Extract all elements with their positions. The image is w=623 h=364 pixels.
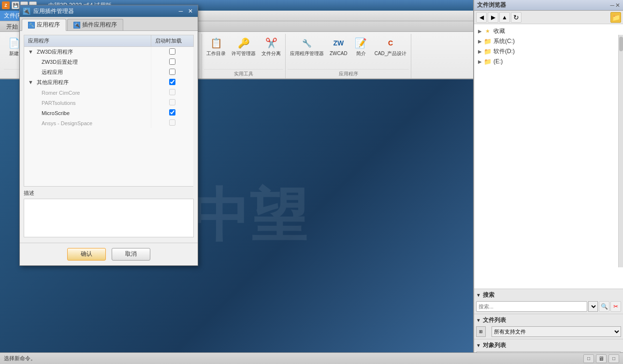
table-row-empty [24,128,194,138]
save-icon[interactable]: 💾 [12,1,19,9]
row-ansys-checkbox-cell [151,118,194,128]
search-clear-button[interactable]: ✂ [610,301,621,312]
col-app-name: 应用程序 [24,35,151,47]
search-section-header[interactable]: ▼ 搜索 [476,291,621,299]
file-type-select[interactable]: 所有支持文件 [492,326,621,337]
row-part-checkbox[interactable] [169,99,175,105]
table-row[interactable]: PARTsolutions [24,98,194,108]
app-icon: Z [2,1,10,9]
dialog-body: 应用程序 启动时加载 ▼ ZW3D应用程序 [20,31,198,243]
dialog-tab-apps[interactable]: 🔧 应用程序 [22,19,66,31]
fb-folder-icon: 📁 [610,12,621,23]
row-zw3d-group-label: ▼ ZW3D应用程序 [24,47,151,58]
file-search-input[interactable] [476,301,587,312]
ribbon-group-utility-label: 实用工具 [204,69,283,78]
intro-button[interactable]: 📝 简介 [351,34,371,58]
table-row[interactable]: Romer CimCore [24,87,194,98]
table-row[interactable]: ▼ ZW3D应用程序 [24,47,194,58]
confirm-button[interactable]: 确认 [67,248,106,261]
file-browser-minimize[interactable]: ─ [610,2,614,9]
tree-item-c-drive[interactable]: ▶ 📁 系统(C:) [476,36,621,46]
fb-forward-button[interactable]: ▶ [488,12,498,23]
search-dropdown[interactable] [588,301,598,312]
search-go-button[interactable]: 🔍 [599,301,609,312]
row-zw3d-group-checkbox[interactable] [169,48,175,55]
description-section: 描述 [24,189,194,239]
fb-refresh-button[interactable]: ↻ [511,12,522,23]
table-row[interactable]: Ansys - DesignSpace [24,118,194,128]
table-row-empty [24,167,194,176]
dialog-footer: 确认 取消 [20,243,198,265]
row-part-checkbox-cell [151,98,194,108]
row-other-group-checkbox[interactable] [169,79,175,85]
status-btn-2[interactable]: 🖥 [596,354,607,363]
cancel-button[interactable]: 取消 [112,248,150,261]
row-remote-label: 远程应用 [24,67,151,77]
file-browser: 文件浏览器 ─ ✕ ◀ ▶ ▲ ↻ 📁 ▶ ★ 收藏 ▶ 📁 系统(C:) [473,0,623,364]
row-remote-checkbox[interactable] [169,69,175,75]
dialog-title: 应用插件管理器 [33,7,74,15]
ribbon-group-utility: 📋 工作目录 🔑 许可管理器 ✂️ 文件分离 实用工具 [202,34,286,78]
row-postprocess-checkbox[interactable] [169,58,175,65]
dialog-close-button[interactable]: ✕ [186,7,195,15]
statusbar: 选择新命令。 □ 🖥 □ [0,352,623,364]
watermark: 中望 [191,176,307,255]
dialog-controls[interactable]: ─ ✕ [176,7,195,15]
row-ansys-label: Ansys - DesignSpace [24,118,151,128]
tree-item-favorites[interactable]: ▶ ★ 收藏 [476,26,621,36]
fb-back-button[interactable]: ◀ [476,12,487,23]
filelist-select-row: ⊞ 所有支持文件 [476,326,621,337]
object-list-header[interactable]: ▼ 对象列表 [476,341,621,349]
table-row[interactable]: ZW3D后置处理 [24,57,194,67]
table-row[interactable]: 远程应用 [24,67,194,77]
ribbon-group-apps: 🔧 应用程序管理器 ZW ZWCAD 📝 简介 C CAD_产品设计 [286,34,411,78]
zwcad-button[interactable]: ZW ZWCAD [327,34,350,58]
row-ansys-checkbox[interactable] [169,119,175,126]
tree-item-e-drive[interactable]: ▶ 📁 (E:) [476,57,621,66]
table-row-empty [24,176,194,186]
dialog-minimize-button[interactable]: ─ [176,7,185,15]
table-row[interactable]: MicroScribe [24,108,194,118]
dialog-titlebar-left: 🔌 应用插件管理器 [23,7,74,15]
status-btn-3[interactable]: □ [609,354,619,363]
status-btn-1[interactable]: □ [583,354,594,363]
dialog-app-icon: 🔌 [23,7,30,15]
row-romer-label: Romer CimCore [24,87,151,98]
tree-item-d-drive[interactable]: ▶ 📁 软件(D:) [476,46,621,57]
file-browser-close[interactable]: ✕ [615,2,620,9]
row-romer-checkbox[interactable] [169,89,175,95]
file-split-button[interactable]: ✂️ 文件分离 [259,34,283,58]
license-manager-button[interactable]: 🔑 许可管理器 [229,34,258,58]
row-remote-checkbox-cell [151,67,194,77]
table-row-empty [24,147,194,157]
ribbon-group-apps-label: 应用程序 [288,69,409,78]
row-postprocess-label: ZW3D后置处理 [24,57,151,67]
file-tree-scrollbar[interactable] [618,35,623,267]
description-textarea[interactable] [24,199,194,237]
plugin-manager-dialog: 🔌 应用插件管理器 ─ ✕ 🔧 应用程序 🔌 插件应用程序 [19,5,198,266]
row-part-label: PARTsolutions [24,98,151,108]
table-row-empty [24,157,194,167]
fb-up-button[interactable]: ▲ [499,12,510,23]
row-other-group-label: ▼ 其他应用程序 [24,77,151,87]
file-tree: ▶ ★ 收藏 ▶ 📁 系统(C:) ▶ 📁 软件(D:) ▶ 📁 (E:) [474,24,623,289]
file-browser-toolbar: ◀ ▶ ▲ ↻ 📁 [474,11,623,24]
dialog-tabs: 🔧 应用程序 🔌 插件应用程序 [20,17,198,31]
dialog-tab-plugins[interactable]: 🔌 插件应用程序 [67,19,123,30]
row-microscribe-label: MicroScribe [24,108,151,118]
search-section: ▼ 搜索 🔍 ✂ [474,289,623,314]
table-row[interactable]: ▼ 其他应用程序 [24,77,194,87]
app-manager-button[interactable]: 🔧 应用程序管理器 [288,34,326,58]
cad-design-button[interactable]: C CAD_产品设计 [372,34,409,58]
row-postprocess-checkbox-cell [151,57,194,67]
row-zw3d-group-checkbox-cell [151,47,194,58]
work-dir-button[interactable]: 📋 工作目录 [204,34,228,58]
tab-apps-icon: 🔧 [28,22,35,29]
filelist-section-header[interactable]: ▼ 文件列表 [476,316,621,324]
statusbar-right: □ 🖥 □ [583,354,619,363]
filelist-icon: ⊞ [476,326,486,337]
col-autoload: 启动时加载 [151,35,194,47]
row-microscribe-checkbox[interactable] [169,109,175,116]
plugin-table: 应用程序 启动时加载 ▼ ZW3D应用程序 [24,35,194,187]
search-input-row: 🔍 ✂ [476,301,621,312]
